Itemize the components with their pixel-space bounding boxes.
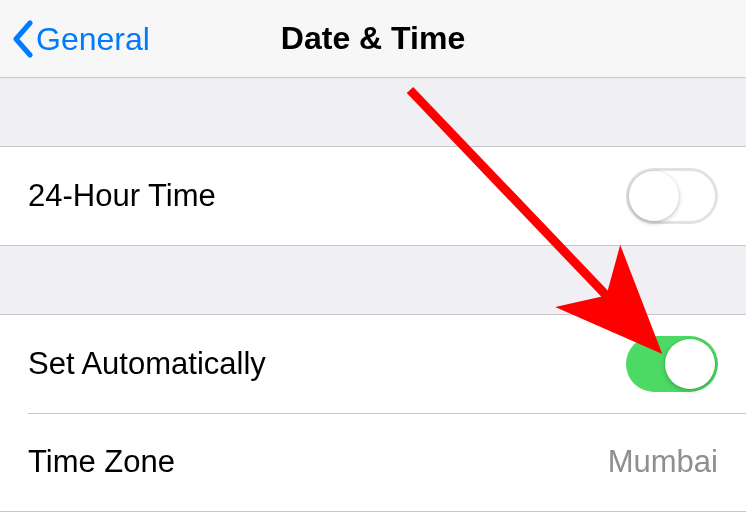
toggle-knob [629,171,679,221]
settings-group-1: 24-Hour Time [0,146,746,246]
back-button[interactable]: General [10,0,150,78]
row-label: 24-Hour Time [28,178,216,214]
back-label: General [36,21,150,58]
row-time-zone[interactable]: Time Zone Mumbai [0,413,746,511]
toggle-24-hour-time[interactable] [626,168,718,224]
navigation-bar: General Date & Time [0,0,746,78]
time-zone-value: Mumbai [608,444,718,480]
row-label: Set Automatically [28,346,266,382]
section-spacer [0,246,746,314]
toggle-set-automatically[interactable] [626,336,718,392]
chevron-left-icon [10,20,34,58]
row-24-hour-time: 24-Hour Time [0,147,746,245]
section-spacer [0,78,746,146]
toggle-knob [665,339,715,389]
settings-group-2: Set Automatically Time Zone Mumbai [0,314,746,512]
row-label: Time Zone [28,444,175,480]
row-set-automatically: Set Automatically [0,315,746,413]
